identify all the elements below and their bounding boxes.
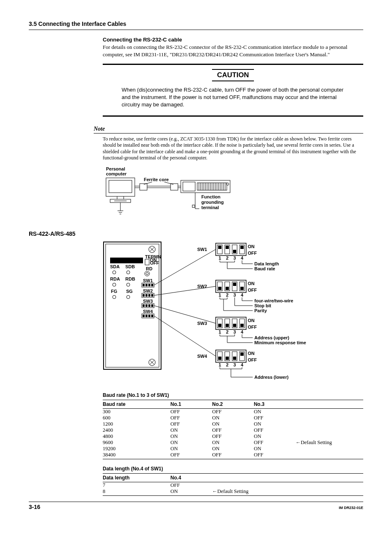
svg-rect-80 [151, 284, 153, 286]
svg-text:4: 4 [241, 292, 244, 297]
svg-text:1: 1 [219, 329, 221, 334]
svg-rect-186 [226, 357, 229, 360]
svg-rect-79 [148, 284, 150, 286]
svg-text:4: 4 [241, 329, 244, 334]
svg-text:2: 2 [226, 292, 228, 297]
table-cell: OFF [171, 409, 212, 415]
table2-title: Data length (No.4 of SW1) [103, 466, 363, 472]
rs232-body: For details on connecting the RS-232-C c… [103, 44, 363, 58]
table-row: 600OFFONOFF [103, 415, 363, 421]
svg-text:grounding: grounding [201, 200, 224, 205]
table-cell: ←Default Setting [212, 488, 363, 496]
table-cell: OFF [171, 415, 212, 421]
svg-text:Personal: Personal [106, 166, 125, 171]
table-cell: 19200 [103, 446, 171, 452]
page-footer: 3-16 IM DR232-01E [29, 502, 363, 510]
table-cell: ←Default Setting [295, 440, 363, 446]
svg-rect-133 [226, 287, 229, 290]
svg-text:SDA: SDA [110, 264, 120, 269]
svg-point-74 [127, 295, 130, 299]
svg-text:four-wire/two-wire: four-wire/two-wire [254, 298, 293, 303]
svg-rect-42 [192, 205, 195, 207]
svg-rect-3 [109, 180, 132, 193]
baud-rate-table: Baud rateNo.1No.2No.3 300OFFOFFON600OFFO… [103, 400, 363, 459]
svg-text:Parity: Parity [254, 308, 267, 313]
svg-text:ON: ON [248, 281, 255, 286]
table-cell [295, 409, 363, 415]
svg-text:Data length: Data length [254, 261, 279, 266]
table-cell: ON [254, 433, 295, 440]
svg-rect-190 [240, 352, 244, 356]
table-header: No.2 [212, 400, 254, 409]
svg-text:SW4: SW4 [197, 354, 208, 359]
svg-text:Baud rate: Baud rate [254, 266, 275, 271]
svg-point-62 [146, 272, 148, 275]
table-header: No.1 [171, 400, 212, 409]
table-header: No.4 [171, 474, 212, 482]
svg-rect-2 [106, 178, 135, 196]
svg-rect-92 [151, 304, 153, 307]
svg-rect-108 [226, 246, 229, 249]
svg-text:Address (lower): Address (lower) [254, 375, 288, 380]
table-row: 38400OFFOFFOFF [103, 452, 363, 459]
svg-text:RDB: RDB [125, 276, 135, 281]
svg-text:SW3: SW3 [143, 299, 153, 304]
svg-rect-159 [218, 324, 221, 327]
svg-rect-89 [143, 304, 145, 307]
table-cell: OFF [171, 452, 212, 459]
table-cell [295, 415, 363, 421]
svg-line-99 [154, 249, 216, 285]
svg-line-18 [164, 182, 173, 184]
svg-rect-78 [145, 284, 148, 286]
table-row: 9600ONONOFF←Default Setting [103, 440, 363, 446]
svg-text:4: 4 [241, 256, 244, 260]
table-row: 2400ONOFFOFF [103, 427, 363, 433]
table-cell [295, 433, 363, 440]
svg-rect-85 [148, 294, 150, 297]
svg-text:OFF: OFF [248, 357, 257, 362]
doc-id: IM DR232-01E [339, 506, 363, 510]
table-cell [295, 427, 363, 433]
table-cell: 9600 [103, 440, 171, 446]
table-cell: 4800 [103, 433, 171, 440]
svg-rect-184 [218, 357, 221, 360]
table-row: 300OFFOFFON [103, 409, 363, 415]
rs422-heading: RS-422-A/RS-485 [29, 230, 363, 237]
table-row: 19200ONONON [103, 446, 363, 452]
svg-point-66 [127, 271, 130, 274]
table-cell: OFF [254, 452, 295, 459]
table-cell: OFF [212, 427, 254, 433]
svg-text:OFF: OFF [248, 288, 257, 292]
svg-rect-20 [183, 182, 195, 191]
svg-rect-106 [218, 246, 221, 249]
svg-rect-77 [143, 284, 145, 286]
dip-diagram: RS422/485 TERMN ON OFF RD SDA SDB RDA RD… [103, 241, 363, 386]
table-header [212, 474, 363, 482]
svg-point-73 [113, 295, 116, 299]
svg-rect-14 [140, 184, 147, 190]
svg-point-61 [145, 271, 150, 276]
section-header: 3.5 Connecting the Interface Cables [29, 21, 363, 30]
svg-text:ON: ON [248, 318, 255, 323]
svg-rect-188 [233, 357, 236, 360]
table-cell: OFF [212, 409, 254, 415]
svg-text:Stop bit: Stop bit [254, 303, 271, 308]
caution-title: CAUTION [212, 69, 254, 81]
table-cell: ON [212, 415, 254, 421]
svg-text:3: 3 [233, 329, 236, 334]
svg-text:Function: Function [201, 194, 221, 199]
svg-text:SW4: SW4 [143, 309, 153, 314]
table-header: Baud rate [103, 400, 171, 409]
svg-rect-97 [148, 315, 150, 317]
table-cell: ON [171, 446, 212, 452]
svg-text:SW3: SW3 [197, 321, 207, 326]
svg-text:SW1: SW1 [197, 247, 207, 252]
table-cell: ON [171, 488, 212, 496]
table1-title: Baud rate (No.1 to 3 of SW1) [103, 392, 363, 398]
svg-text:RD: RD [146, 266, 152, 271]
table-cell: 300 [103, 409, 171, 415]
svg-text:RS422/485: RS422/485 [112, 258, 135, 263]
svg-rect-165 [240, 324, 244, 327]
table-cell: 1200 [103, 421, 171, 427]
table-header: No.3 [254, 400, 295, 409]
